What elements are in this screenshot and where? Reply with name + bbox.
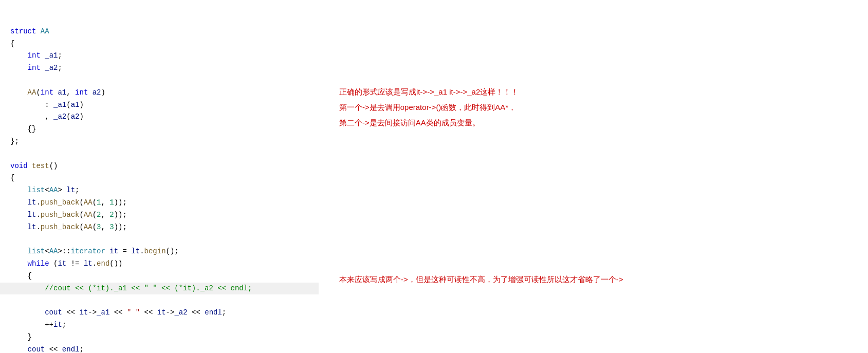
code-line-8: , _a2(a2) (10, 113, 84, 121)
code-line-11: void test() (10, 162, 58, 170)
comment-block-2: 本来应该写成两个->，但是这种可读性不高，为了增强可读性所以这才省略了一个-> (339, 272, 847, 287)
code-line-15: lt.push_back(AA(2, 2)); (10, 211, 127, 219)
code-line-5 (10, 76, 14, 84)
code-line-blank2 (10, 235, 14, 243)
comment-text-2a: 本来应该写成两个->，但是这种可读性不高，为了增强可读性所以这才省略了一个-> (339, 272, 847, 287)
code-line-21: cout << it->_a1 << " " << it->_a2 << end… (10, 308, 226, 317)
code-line-3: int _a1; (10, 51, 62, 60)
code-line-9: {} (10, 125, 36, 133)
code-line-23: } (10, 333, 32, 341)
code-line-10: }; (10, 137, 19, 145)
code-line-14: lt.push_back(AA(1, 1)); (10, 198, 127, 207)
code-line-6: AA(int a1, int a2) (10, 88, 105, 97)
code-line-22: ++it; (10, 321, 66, 329)
code-line-17: list<AA>::iterator it = lt.begin(); (10, 247, 179, 255)
code-line-12: { (10, 174, 14, 182)
comment-text-1c: 第二个->是去间接访问AA类的成员变量。 (339, 115, 847, 131)
code-line-blank1 (10, 150, 14, 158)
code-line-4: int _a2; (10, 64, 62, 72)
code-line-24: cout << endl; (10, 345, 84, 353)
code-line-13: list<AA> lt; (10, 186, 79, 194)
code-panel: struct AA { int _a1; int _a2; AA(int a1,… (0, 8, 319, 353)
code-line-16: lt.push_back(AA(3, 3)); (10, 223, 127, 231)
code-line-20: //cout << (*it)._a1 << " " << (*it)._a2 … (0, 283, 319, 295)
comment-text-1a: 正确的形式应该是写成it->->_a1 it->->_a2这样！！！ (339, 84, 847, 100)
code-line-19: { (10, 272, 32, 280)
comment-panel: 正确的形式应该是写成it->->_a1 it->->_a2这样！！！ 第一个->… (319, 8, 868, 353)
comment-block-1: 正确的形式应该是写成it->->_a1 it->->_a2这样！！！ 第一个->… (339, 84, 847, 131)
comment-text-1b: 第一个->是去调用operator->()函数，此时得到AA*， (339, 100, 847, 115)
code-line-18: while (it != lt.end()) (10, 259, 123, 268)
code-line-7: : _a1(a1) (10, 101, 84, 109)
code-line-1: struct AA (10, 27, 49, 35)
code-line-2: { (10, 40, 14, 48)
